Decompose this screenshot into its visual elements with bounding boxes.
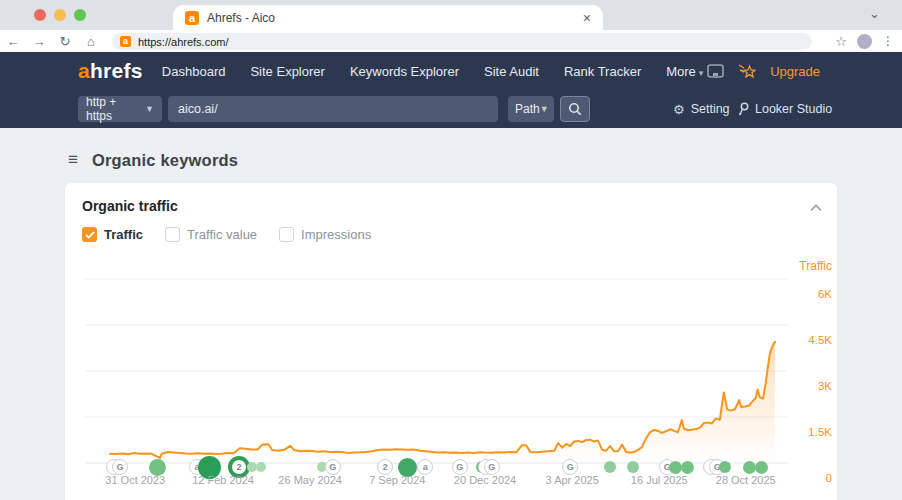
shooting-star-icon [738, 63, 756, 79]
page-title: Organic keywords [92, 151, 238, 170]
target-input[interactable] [168, 96, 498, 122]
y-tick-label: 1.5K [808, 426, 832, 438]
desktop-app-icon[interactable] [707, 64, 724, 79]
menu-item-dashboard[interactable]: Dashboard [162, 64, 226, 79]
y-tick-label: 0 [826, 472, 832, 484]
organic-traffic-card: Organic traffic TrafficTraffic valueImpr… [65, 183, 837, 500]
y-tick-label: 6K [818, 288, 832, 300]
looker-studio-link[interactable]: Looker Studio [738, 96, 832, 122]
event-circle-marker-G[interactable]: G [484, 459, 500, 475]
reload-icon[interactable]: ↻ [52, 34, 78, 49]
checkbox-label: Traffic [104, 227, 143, 242]
looker-studio-icon [738, 102, 749, 116]
traffic-area-fill [110, 342, 775, 463]
browser-menu-icon[interactable]: ⋮ [882, 34, 894, 48]
checkbox-impressions[interactable]: Impressions [279, 227, 371, 242]
event-dot-marker[interactable] [256, 462, 266, 472]
menu-item-keywords-explorer[interactable]: Keywords Explorer [350, 64, 459, 79]
x-tick-label: 3 Apr 2025 [546, 474, 599, 486]
metric-checkbox-row: TrafficTraffic valueImpressions [82, 227, 371, 242]
menu-item-site-explorer[interactable]: Site Explorer [250, 64, 324, 79]
tab-favicon: a [185, 11, 199, 25]
url-text: https://ahrefs.com/ [138, 36, 228, 48]
event-dot-marker[interactable] [627, 461, 639, 473]
unchecked-checkbox-icon[interactable] [165, 227, 180, 242]
browser-tab-strip: a Ahrefs - Aico × ⌄ [0, 0, 902, 30]
x-tick-label: 12 Feb 2024 [192, 474, 254, 486]
mode-dropdown[interactable]: Path▼ [508, 96, 554, 122]
x-tick-label: 28 Oct 2025 [716, 474, 776, 486]
hamburger-menu-icon[interactable]: ≡ [68, 150, 78, 170]
app-header: ahrefs DashboardSite ExplorerKeywords Ex… [0, 52, 902, 128]
checkbox-traffic[interactable]: Traffic [82, 227, 143, 242]
tab-close-icon[interactable]: × [583, 11, 591, 25]
menu-item-site-audit[interactable]: Site Audit [484, 64, 539, 79]
ahrefs-logo[interactable]: ahrefs [78, 59, 143, 83]
upgrade-link[interactable]: Upgrade [770, 64, 820, 79]
zoom-window-button[interactable] [74, 9, 86, 21]
y-tick-label: 4.5K [808, 334, 832, 346]
close-window-button[interactable] [34, 9, 46, 21]
checkbox-traffic-value[interactable]: Traffic value [165, 227, 257, 242]
search-button[interactable] [560, 96, 590, 122]
gear-icon: ⚙ [673, 102, 685, 117]
forward-icon[interactable]: → [26, 34, 52, 49]
menu-item-rank-tracker[interactable]: Rank Tracker [564, 64, 641, 79]
event-dot-marker[interactable] [149, 459, 166, 476]
checkbox-label: Impressions [301, 227, 371, 242]
chevron-down-icon: ▼ [145, 104, 154, 114]
profile-avatar[interactable] [857, 34, 872, 49]
browser-toolbar: ← → ↻ ⌂ a https://ahrefs.com/ ☆ ⋮ [0, 30, 902, 52]
x-tick-label: 20 Dec 2024 [454, 474, 516, 486]
checkbox-label: Traffic value [187, 227, 257, 242]
minimize-window-button[interactable] [54, 9, 66, 21]
card-title: Organic traffic [82, 198, 178, 214]
y-axis-title: Traffic [799, 259, 832, 273]
checked-checkbox-icon[interactable] [82, 227, 97, 242]
protocol-dropdown[interactable]: http + https▼ [78, 96, 162, 122]
event-dot-marker[interactable] [755, 461, 768, 474]
window-controls [34, 9, 86, 21]
home-icon[interactable]: ⌂ [78, 34, 104, 49]
collapse-chevron-icon[interactable] [810, 198, 822, 216]
bookmark-star-icon[interactable]: ☆ [835, 34, 847, 49]
main-menu: DashboardSite ExplorerKeywords ExplorerS… [162, 64, 641, 79]
x-tick-label: 31 Oct 2023 [105, 474, 165, 486]
search-icon [568, 102, 582, 116]
event-circle-marker-G[interactable]: G [325, 459, 341, 475]
event-circle-marker-G[interactable]: G [452, 459, 468, 475]
back-icon[interactable]: ← [0, 34, 26, 49]
event-dot-marker[interactable] [604, 461, 616, 473]
setting-link[interactable]: ⚙ Setting [673, 96, 730, 122]
page-content: ≡ Organic keywords Organic traffic Traff… [0, 128, 902, 500]
browser-tab[interactable]: a Ahrefs - Aico × [173, 5, 603, 30]
event-dot-marker[interactable] [681, 461, 694, 474]
chevron-down-icon: ▾ [699, 68, 704, 78]
menu-item-more[interactable]: More▾ [666, 64, 703, 79]
tab-search-chevron-icon[interactable]: ⌄ [869, 6, 880, 21]
event-circle-marker-G[interactable]: G [112, 459, 128, 475]
x-tick-label: 26 May 2024 [278, 474, 342, 486]
x-tick-label: 7 Sep 2024 [369, 474, 425, 486]
chevron-down-icon: ▼ [540, 104, 549, 114]
tab-title: Ahrefs - Aico [207, 11, 583, 25]
x-tick-label: 16 Jul 2025 [631, 474, 688, 486]
unchecked-checkbox-icon[interactable] [279, 227, 294, 242]
traffic-chart: Traffic 6K4.5K3K1.5K0 Ga2G2aGGGGG 31 Oct… [65, 253, 837, 500]
address-bar[interactable]: a https://ahrefs.com/ [112, 33, 812, 50]
y-tick-label: 3K [818, 380, 832, 392]
site-favicon: a [120, 36, 131, 47]
